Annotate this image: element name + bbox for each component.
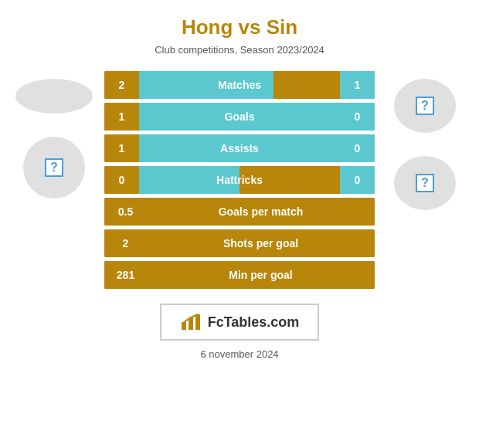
page-title: Hong vs Sin [182, 15, 297, 39]
stat-row-assists: 1 Assists 0 [104, 134, 375, 162]
goals-per-match-val: 0.5 [104, 198, 147, 226]
shots-per-goal-label: Shots per goal [147, 229, 375, 257]
matches-bar-section: Matches [139, 71, 340, 99]
matches-left-val: 2 [104, 71, 139, 99]
hattricks-left-val: 0 [104, 166, 139, 194]
goals-label: Goals [225, 110, 255, 123]
hattricks-bar-section: Hattricks [139, 166, 340, 194]
date-label: 6 november 2024 [200, 348, 278, 360]
brand-label: FcTables.com [208, 314, 300, 331]
stat-row-goals: 1 Goals 0 [104, 103, 375, 131]
right-question-bottom-icon: ? [416, 174, 434, 192]
matches-label: Matches [218, 79, 261, 91]
right-avatar-col: ? ? [375, 71, 475, 210]
page: Hong vs Sin Club competitions, Season 20… [0, 0, 479, 448]
right-avatar-bottom: ? [394, 156, 456, 210]
assists-label: Assists [220, 142, 259, 154]
shots-per-goal-val: 2 [104, 229, 147, 257]
assists-left-val: 1 [104, 134, 139, 162]
brand-box: FcTables.com [160, 304, 320, 341]
right-avatar-top: ? [394, 79, 456, 133]
matches-right-val: 1 [340, 71, 375, 99]
goals-bar-section: Goals [139, 103, 340, 131]
assists-right-val: 0 [340, 134, 375, 162]
goals-per-match-label: Goals per match [147, 198, 375, 226]
main-content: ? 2 Matches 1 1 Goals 0 [0, 71, 479, 341]
stat-row-goals-per-match: 0.5 Goals per match [104, 198, 375, 226]
right-question-top-icon: ? [416, 97, 434, 115]
left-avatar-top [15, 79, 93, 114]
stat-row-shots-per-goal: 2 Shots per goal [104, 229, 375, 257]
left-avatar-circle: ? [23, 137, 85, 199]
left-question-icon: ? [45, 158, 63, 177]
min-per-goal-val: 281 [104, 261, 147, 289]
brand-icon [180, 311, 202, 333]
hattricks-right-val: 0 [340, 166, 375, 194]
stat-row-matches: 2 Matches 1 [104, 71, 375, 99]
min-per-goal-label: Min per goal [147, 261, 375, 289]
svg-rect-2 [195, 314, 200, 330]
left-avatar-col: ? [4, 71, 104, 199]
hattricks-label: Hattricks [216, 174, 263, 186]
page-subtitle: Club competitions, Season 2023/2024 [155, 44, 324, 56]
stats-col: 2 Matches 1 1 Goals 0 1 [104, 71, 375, 341]
goals-right-val: 0 [340, 103, 375, 131]
stat-row-min-per-goal: 281 Min per goal [104, 261, 375, 289]
assists-bar-section: Assists [139, 134, 340, 162]
stat-row-hattricks: 0 Hattricks 0 [104, 166, 375, 194]
goals-left-val: 1 [104, 103, 139, 131]
svg-rect-0 [182, 322, 186, 330]
